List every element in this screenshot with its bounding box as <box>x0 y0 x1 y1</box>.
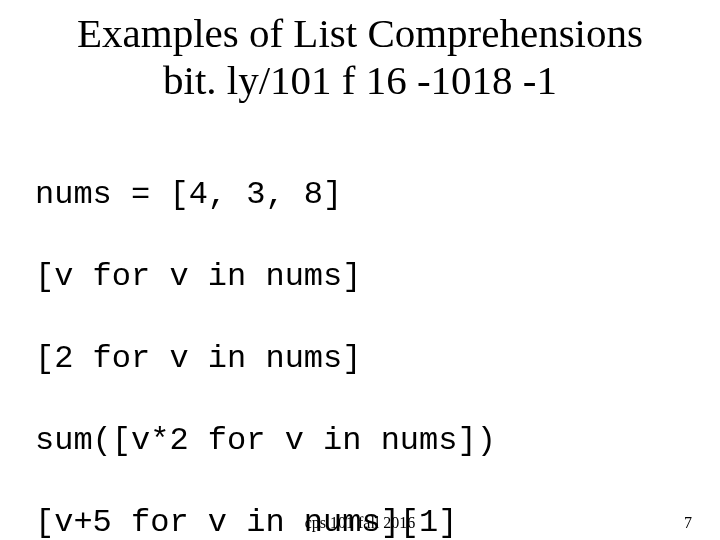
footer-page-number: 7 <box>684 514 692 532</box>
slide: Examples of List Comprehensions bit. ly/… <box>0 10 720 540</box>
code-line: [2 for v in nums] <box>35 339 720 380</box>
code-block: nums = [4, 3, 8] [v for v in nums] [2 fo… <box>35 134 720 540</box>
slide-title: Examples of List Comprehensions bit. ly/… <box>0 10 720 104</box>
code-line: nums = [4, 3, 8] <box>35 175 720 216</box>
footer-course: cps 101 fall 2016 <box>0 514 720 532</box>
code-line: sum([v*2 for v in nums]) <box>35 421 720 462</box>
code-line: [v for v in nums] <box>35 257 720 298</box>
title-line-2: bit. ly/101 f 16 -1018 -1 <box>0 57 720 104</box>
title-line-1: Examples of List Comprehensions <box>0 10 720 57</box>
